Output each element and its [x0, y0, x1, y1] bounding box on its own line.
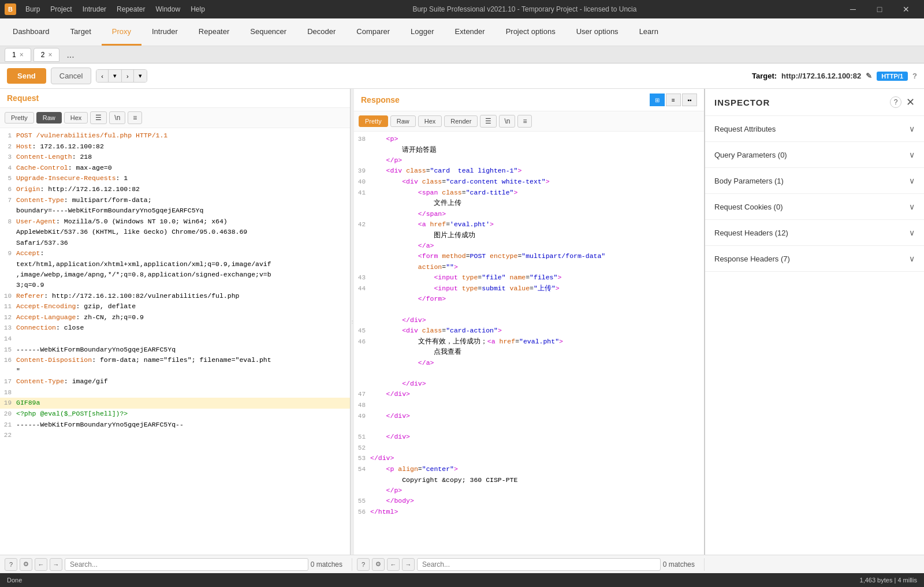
request-code-area[interactable]: 1 POST /vulnerabilities/ful.php HTTP/1.1… [0, 128, 350, 555]
response-line-54c: </p> [354, 485, 704, 496]
tab-learn[interactable]: Learn [629, 18, 669, 46]
response-code-area[interactable]: 38 <p> 请开始答题 </p> 39 <div class="card te… [354, 132, 704, 555]
request-raw-btn[interactable]: Raw [36, 112, 62, 124]
request-search-next-icon[interactable]: → [50, 558, 62, 571]
tab-target[interactable]: Target [60, 18, 102, 46]
request-search-settings-icon[interactable]: ⚙ [20, 558, 32, 571]
response-search-prev-icon[interactable]: ← [387, 558, 400, 571]
response-line-44c: </div> [354, 315, 704, 326]
nav-dropdown2-button[interactable]: ▾ [134, 70, 147, 82]
main-content: Request Pretty Raw Hex ☰ \n ≡ 1 POST /vu… [0, 89, 924, 555]
help-icon[interactable]: ? [912, 72, 917, 80]
navigation-buttons[interactable]: ‹ ▾ › ▾ [96, 69, 147, 83]
response-list-icon[interactable]: ☰ [480, 115, 497, 128]
inspector-header-icons[interactable]: ? ✕ [890, 96, 915, 109]
response-render-btn[interactable]: Render [444, 115, 478, 127]
response-line-55: 55 </body> [354, 496, 704, 507]
inspector-title: INSPECTOR [714, 98, 770, 107]
response-view-buttons[interactable]: ⊞ ≡ ▪▪ [650, 94, 697, 106]
response-hex-btn[interactable]: Hex [418, 115, 442, 127]
request-tab-2[interactable]: 2 × [33, 48, 60, 62]
tab-comparer[interactable]: Comparer [346, 18, 400, 46]
request-menu-icon[interactable]: ≡ [128, 111, 142, 124]
view-grid-btn[interactable]: ⊞ [650, 94, 665, 106]
tab-decoder[interactable]: Decoder [297, 18, 346, 46]
response-search-input[interactable] [417, 558, 661, 571]
response-line-46e: </div> [354, 379, 704, 389]
view-list-btn[interactable]: ≡ [666, 94, 681, 106]
request-search-prev-icon[interactable]: ← [35, 558, 47, 571]
menu-intruder[interactable]: Intruder [78, 4, 111, 14]
inspector-body-params[interactable]: Body Parameters (1) ∨ [705, 168, 924, 194]
tab-repeater[interactable]: Repeater [188, 18, 240, 46]
minimize-button[interactable]: ─ [840, 0, 866, 18]
tab-user-options[interactable]: User options [566, 18, 629, 46]
maximize-button[interactable]: □ [866, 0, 893, 18]
inspector-request-headers-header[interactable]: Request Headers (12) ∨ [705, 220, 924, 245]
toolbar: Send Cancel ‹ ▾ › ▾ Target: http://172.1… [0, 63, 924, 89]
request-list-icon[interactable]: ☰ [90, 111, 107, 124]
tab-extender[interactable]: Extender [445, 18, 495, 46]
response-search-settings-icon[interactable]: ⚙ [372, 558, 385, 571]
response-search-next-icon[interactable]: → [402, 558, 415, 571]
nav-back-button[interactable]: ‹ [96, 70, 109, 82]
tab-logger[interactable]: Logger [400, 18, 444, 46]
nav-dropdown-button[interactable]: ▾ [109, 70, 122, 82]
inspector-help-icon[interactable]: ? [890, 96, 901, 108]
tab-more[interactable]: ... [62, 47, 79, 62]
request-wrap-icon[interactable]: \n [109, 111, 125, 124]
response-wrap-icon[interactable]: \n [499, 115, 515, 128]
inspector-request-attributes-header[interactable]: Request Attributes ∨ [705, 116, 924, 141]
request-cookies-chevron: ∨ [909, 202, 915, 211]
inspector-response-headers-header[interactable]: Response Headers (7) ∨ [705, 246, 924, 271]
inspector-request-attributes[interactable]: Request Attributes ∨ [705, 116, 924, 142]
response-search-help-icon[interactable]: ? [357, 558, 370, 571]
inspector-body-params-header[interactable]: Body Parameters (1) ∨ [705, 168, 924, 193]
response-line-54b: Copyright &copy; 360 CISP-PTE [354, 475, 704, 485]
request-line-14: 14 [0, 334, 350, 345]
request-attributes-chevron: ∨ [909, 124, 915, 133]
menu-repeater[interactable]: Repeater [112, 4, 150, 14]
inspector-response-headers[interactable]: Response Headers (7) ∨ [705, 246, 924, 272]
cancel-button[interactable]: Cancel [51, 68, 91, 84]
inspector-close-icon[interactable]: ✕ [906, 96, 915, 109]
request-line-9b: text/html,application/xhtml+xml,applicat… [0, 259, 350, 270]
request-search-help-icon[interactable]: ? [5, 558, 17, 571]
request-hex-btn[interactable]: Hex [64, 112, 88, 124]
menu-help[interactable]: Help [186, 4, 210, 14]
tab-dashboard[interactable]: Dashboard [2, 18, 60, 46]
tab-1-close[interactable]: × [20, 51, 24, 59]
menu-project[interactable]: Project [46, 4, 76, 14]
request-search-input[interactable] [65, 558, 308, 571]
tab-sequencer[interactable]: Sequencer [240, 18, 297, 46]
body-params-chevron: ∨ [909, 176, 915, 185]
tab-2-close[interactable]: × [48, 51, 52, 59]
request-pretty-btn[interactable]: Pretty [5, 112, 34, 124]
inspector-query-params-header[interactable]: Query Parameters (0) ∨ [705, 142, 924, 167]
menu-window[interactable]: Window [151, 4, 185, 14]
close-button[interactable]: ✕ [893, 0, 919, 18]
response-line-43: 43 <input type="file" name="files"> [354, 272, 704, 283]
response-panel-header: Response [361, 95, 400, 104]
request-line-8b: AppleWebKit/537.36 (KHTML, like Gecko) C… [0, 227, 350, 237]
response-raw-btn[interactable]: Raw [390, 115, 416, 127]
title-bar-menu[interactable]: Burp Project Intruder Repeater Window He… [21, 4, 210, 14]
menu-burp[interactable]: Burp [21, 4, 44, 14]
inspector-query-params[interactable]: Query Parameters (0) ∨ [705, 142, 924, 168]
window-controls[interactable]: ─ □ ✕ [840, 0, 919, 18]
tab-project-options[interactable]: Project options [495, 18, 566, 46]
status-bar: Done 1,463 bytes | 4 millis [0, 573, 924, 587]
request-line-18: 18 [0, 387, 350, 398]
response-menu-icon[interactable]: ≡ [517, 115, 532, 128]
request-tab-1[interactable]: 1 × [5, 48, 31, 62]
nav-forward-button[interactable]: › [122, 70, 134, 82]
inspector-request-headers[interactable]: Request Headers (12) ∨ [705, 220, 924, 246]
inspector-request-cookies[interactable]: Request Cookies (0) ∨ [705, 194, 924, 220]
inspector-request-cookies-header[interactable]: Request Cookies (0) ∨ [705, 194, 924, 219]
view-block-btn[interactable]: ▪▪ [682, 94, 697, 106]
tab-intruder[interactable]: Intruder [141, 18, 188, 46]
send-button[interactable]: Send [7, 68, 46, 84]
response-pretty-btn[interactable]: Pretty [359, 115, 388, 127]
tab-proxy[interactable]: Proxy [102, 18, 141, 46]
edit-target-icon[interactable]: ✎ [866, 72, 872, 80]
